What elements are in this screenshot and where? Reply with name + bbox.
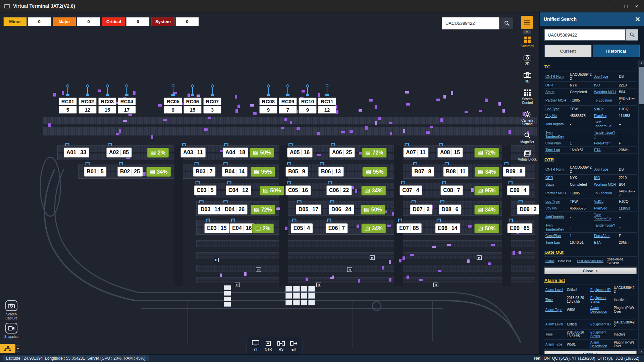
yard-block-e05[interactable]: E054 [291,223,313,233]
toolbar-screen-control[interactable]: Screen Control [518,89,537,105]
scrollbar-thumb[interactable] [639,67,644,104]
yard-block-a08[interactable]: A0815 [437,147,463,158]
dock-button-rs[interactable]: RS [277,340,285,351]
dock-button-yt[interactable]: YT [252,340,260,351]
yard-block-b06[interactable]: B0613 [318,167,344,177]
yard-block-d04[interactable]: D0426 [222,204,248,215]
yard-block-e08[interactable]: E0814 [435,223,460,233]
panel-close-icon[interactable]: ✕ [635,16,640,22]
crane-rc09[interactable]: RC097 [278,84,297,114]
yard-block-a04[interactable]: A0418 [223,147,248,158]
panel-expand-tab[interactable]: ▶ [16,345,20,352]
yard-block-c03[interactable]: C035 [194,185,216,195]
yard-block-d08[interactable]: D086 [439,204,461,215]
yard-occupancy-block[interactable]: 34% [146,167,171,177]
yard-occupancy-block[interactable]: 72% [362,148,386,158]
toolbar-virtual-block[interactable]: Virtual Block [518,149,537,162]
yard-block-d07[interactable]: D072 [410,204,432,215]
scroll-down-icon[interactable]: ▼ [639,349,644,354]
yard-block-a05[interactable]: A0516 [287,147,313,158]
yard-block-c06[interactable]: C0622 [326,185,352,195]
yard-block-e04[interactable]: E0416 [229,223,255,233]
yard-block-c05[interactable]: C0516 [285,185,311,195]
crane-rc05[interactable]: RC059 [164,84,182,114]
yard-occupancy-block[interactable]: 2% [147,148,169,158]
panel-search-input[interactable] [544,29,626,41]
menu-collapse-button[interactable]: ▼ [523,30,531,34]
yard-block-d05[interactable]: D0517 [296,204,321,215]
dock-button-eh[interactable]: EH [290,340,298,351]
alarm-chip-minor[interactable]: Minor0 [3,17,51,26]
top-search-input[interactable] [442,17,499,29]
crane-rc10[interactable]: RC109 [298,84,317,114]
yard-block-b08[interactable]: B0811 [443,167,468,177]
yard-occupancy-block[interactable]: 34% [361,186,386,195]
terminal-map-button[interactable] [0,344,15,353]
tab-historical[interactable]: Historical [593,45,640,57]
yard-occupancy-block[interactable]: 34% [475,167,499,177]
yard-occupancy-block[interactable]: 95% [362,167,387,177]
yard-block-e07[interactable]: E0785 [396,223,422,233]
yard-block-a06[interactable]: A0625 [329,147,355,158]
yard-block-b05[interactable]: B059 [285,167,308,177]
yard-occupancy-block[interactable]: 72% [251,205,275,215]
crane-rc03[interactable]: RC0315 [98,84,117,114]
crane-rc01[interactable]: RC015 [58,84,77,114]
tab-current[interactable]: Current [544,45,592,57]
panel-search-button[interactable] [626,29,638,41]
crane-rc06[interactable]: RC0615 [183,84,202,114]
toolbar-2d[interactable]: 2D [518,54,537,66]
yard-block-e06[interactable]: E067 [326,223,348,233]
alarm-chip-major[interactable]: Major0 [53,17,100,26]
yard-block-a03[interactable]: A0311 [180,147,206,158]
yard-occupancy-block[interactable]: 95% [474,186,499,195]
alarm-chip-system[interactable]: System0 [151,17,199,26]
maximize-icon[interactable]: □ [621,2,631,11]
yard-block-a01[interactable]: A0133 [64,147,89,158]
crane-rc04[interactable]: RC0417 [117,84,136,114]
yard-occupancy-block[interactable]: 2% [252,224,274,233]
map-canvas[interactable]: RC015RC0212RC0315RC0417RC059RC0615RC073R… [0,12,539,354]
yard-occupancy-block[interactable]: 34% [474,205,499,215]
yard-block-b03[interactable]: B037 [193,167,215,177]
yard-occupancy-block[interactable]: 50% [474,224,499,233]
alarm-list-close-button[interactable]: Close▲ [544,351,637,354]
yard-occupancy-block[interactable]: 72% [474,148,499,158]
toolbar-summary[interactable]: Summay [518,36,537,48]
yard-block-d09[interactable]: D092 [517,204,539,215]
yard-occupancy-block[interactable]: 50% [250,148,274,158]
alarm-chip-critical[interactable]: Critical0 [102,17,150,26]
yard-occupancy-block[interactable]: 50% [361,205,385,215]
crane-rc11[interactable]: RC1112 [318,84,336,114]
crane-rc02[interactable]: RC0212 [78,84,97,114]
yard-block-c08[interactable]: C087 [440,185,463,195]
close-icon[interactable]: × [631,2,642,11]
gate-out-close-button[interactable]: Close▲ [544,267,637,274]
yard-block-c09[interactable]: C094 [507,185,529,195]
yard-block-c04[interactable]: C0412 [226,185,251,195]
menu-button[interactable] [521,16,533,29]
crane-rc08[interactable]: RC089 [259,84,278,114]
dock-button-otr[interactable]: OTR [264,340,272,351]
yard-block-e09[interactable]: E0985 [507,223,532,233]
panel-scrollbar[interactable]: ▲ ▼ [638,60,644,354]
snapshot-button[interactable]: Snapshot [3,323,19,339]
screen-capture-button[interactable]: Screen Capture [3,300,19,320]
yard-occupancy-block[interactable]: 95% [251,167,275,177]
yard-block-b02[interactable]: B0225 [117,167,143,177]
crane-rc07[interactable]: RC073 [203,84,222,114]
yard-block-d03[interactable]: D0314 [198,204,223,215]
yard-block-e03[interactable]: E0315 [204,223,229,233]
minimize-icon[interactable]: – [610,2,621,11]
yard-block-a07[interactable]: A0711 [403,147,428,158]
yard-block-b01[interactable]: B015 [84,167,106,177]
scroll-up-icon[interactable]: ▲ [639,60,644,65]
yard-block-a02[interactable]: A0285 [106,147,132,158]
yard-block-b09[interactable]: B098 [503,167,525,177]
yard-block-b07[interactable]: B078 [412,167,434,177]
yard-block-b04[interactable]: B0414 [222,167,248,177]
yard-block-c07[interactable]: C074 [399,185,422,195]
toolbar-camera-setting[interactable]: Camera Setting [518,111,537,126]
yard-occupancy-block[interactable]: 34% [361,224,386,233]
yard-occupancy-block[interactable]: 50% [260,186,284,195]
